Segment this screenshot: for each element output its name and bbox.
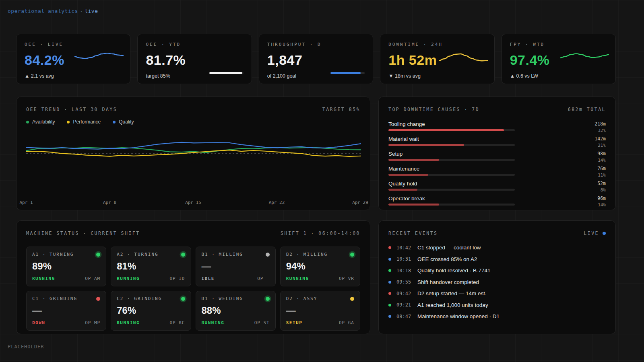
x-axis-label: Apr 1 [19, 200, 33, 205]
downtime-cause-label: Operator break [388, 195, 573, 202]
machine-card: D1 · WELDING 88% RUNNING OP ST [196, 291, 276, 331]
app-title-text: operational analytics [8, 8, 78, 14]
machine-name: A1 · TURNING [32, 252, 74, 257]
machine-card: A2 · TURNING 81% RUNNING OP ID [111, 247, 191, 286]
event-row: 08:47 Maintenance window opened · D1 [388, 313, 606, 319]
oee-trend-title: OEE TREND · LAST 30 DAYS [26, 107, 117, 112]
kpi-subtext: target 85% [146, 73, 243, 79]
downtime-minutes: 98m [578, 151, 606, 157]
downtime-bar-track [388, 144, 515, 146]
event-dot-icon [388, 281, 391, 284]
machine-status-dot-icon [350, 253, 354, 257]
kpi-subtext: of 2,100 goal [267, 73, 365, 79]
machine-status-dot-icon [181, 297, 185, 301]
event-text: C1 stopped — coolant low [417, 245, 481, 251]
kpi-card: FPY · WTD 97.4% ▲ 0.6 vs LW [502, 34, 616, 84]
kpi-subtext: ▼ 18m vs avg [388, 73, 486, 79]
downtime-bar-fill [388, 204, 439, 206]
machine-operator: OP RC [169, 320, 185, 325]
event-row: 09:21 A1 reached 1,000 units today [388, 302, 606, 308]
event-list: 10:42 C1 stopped — coolant low 10:31 OEE… [388, 245, 606, 319]
machine-operator: OP — [257, 276, 270, 281]
machine-oee-value: 88% [202, 305, 270, 316]
event-time: 10:18 [396, 268, 417, 274]
kpi-progress-track [209, 72, 244, 74]
downtime-row: Material wait 142m 21% [388, 136, 606, 148]
event-dot-icon [388, 315, 391, 318]
downtime-cause-label: Quality hold [388, 181, 573, 187]
event-row: 09:55 Shift handover completed [388, 279, 606, 285]
machine-card-footer: RUNNING OP RC [117, 320, 185, 325]
machine-oee-value: — [202, 261, 270, 272]
machine-card-footer: DOWN OP MP [32, 320, 100, 325]
downtime-causes-panel: TOP DOWNTIME CAUSES · 7D 682m TOTAL Tool… [378, 97, 616, 210]
availability-dot-icon [26, 121, 29, 123]
machine-name: D1 · WELDING [202, 296, 243, 301]
downtime-bar-track [388, 189, 515, 191]
machine-status-title: MACHINE STATUS · CURRENT SHIFT [26, 230, 140, 236]
machine-operator: OP ST [254, 320, 270, 325]
legend-label: Quality [119, 119, 134, 125]
shift-label: SHIFT 1 · 06:00-14:00 [281, 230, 360, 236]
recent-events-header: RECENT EVENTS LIVE [388, 230, 606, 236]
quality-dot-icon [113, 121, 116, 123]
event-row: 10:18 Quality hold resolved · B-7741 [388, 267, 606, 274]
downtime-bar-fill [388, 189, 417, 191]
downtime-bar-track [388, 204, 515, 206]
machine-grid: A1 · TURNING 89% RUNNING OP AM A2 · TURN… [26, 247, 360, 331]
kpi-sparkline [560, 46, 609, 69]
event-row: 09:42 D2 setup started — 14m est. [388, 290, 606, 296]
downtime-percent: 14% [578, 202, 606, 208]
event-text: D2 setup started — 14m est. [417, 290, 487, 296]
machine-card: A1 · TURNING 89% RUNNING OP AM [26, 247, 106, 286]
downtime-title: TOP DOWNTIME CAUSES · 7D [388, 107, 479, 112]
machine-status-text: SETUP [286, 320, 303, 325]
machine-operator: OP AM [85, 276, 100, 281]
event-time: 10:31 [396, 256, 417, 262]
machine-status-dot-icon [96, 297, 100, 301]
downtime-percent: 32% [578, 128, 606, 133]
kpi-label: OEE · YTD [146, 42, 243, 47]
app-title: operational analytics·live [8, 8, 98, 14]
kpi-value: 1,847 [267, 52, 365, 68]
downtime-cause-label: Tooling change [388, 121, 573, 127]
downtime-cause-label: Maintenance [388, 166, 573, 172]
oee-trend-svg [26, 130, 361, 199]
machine-card-header: B1 · MILLING [202, 252, 270, 257]
machine-oee-value: — [32, 305, 100, 316]
machine-status-text: RUNNING [32, 276, 55, 281]
event-time: 09:42 [396, 291, 417, 296]
event-dot-icon [388, 258, 391, 261]
machine-card-footer: RUNNING OP AM [32, 276, 100, 281]
app-title-separator: · [78, 8, 85, 14]
machine-card: B2 · MILLING 94% RUNNING OP VR [280, 247, 360, 286]
event-dot-icon [388, 269, 391, 272]
machine-card-header: D1 · WELDING [202, 296, 270, 301]
machine-card-footer: IDLE OP — [202, 276, 270, 281]
event-time: 08:47 [396, 314, 417, 319]
machine-operator: OP GA [339, 320, 354, 325]
machine-status-text: RUNNING [117, 276, 140, 281]
machine-status-dot-icon [96, 253, 100, 257]
machine-card-header: A1 · TURNING [32, 252, 100, 257]
kpi-card: OEE · YTD 81.7% target 85% [137, 34, 252, 84]
downtime-header: TOP DOWNTIME CAUSES · 7D 682m TOTAL [388, 107, 606, 112]
machine-card-header: B2 · MILLING [286, 252, 354, 257]
legend-label: Performance [73, 119, 101, 125]
oee-trend-target-label: TARGET 85% [322, 107, 360, 112]
machine-operator: OP VR [339, 276, 354, 281]
event-time: 09:21 [396, 302, 417, 308]
kpi-progress-track [330, 72, 365, 74]
downtime-bar-fill [388, 174, 428, 176]
machine-status-dot-icon [181, 253, 185, 257]
machine-status-text: RUNNING [286, 276, 309, 281]
downtime-list: Tooling change 218m 32% Material wait 14… [388, 121, 606, 208]
machine-status-text: DOWN [32, 320, 45, 325]
oee-trend-header: OEE TREND · LAST 30 DAYS TARGET 85% [26, 107, 360, 112]
app-title-live: live [85, 8, 98, 14]
downtime-cause-label: Material wait [388, 136, 573, 142]
downtime-minutes: 96m [578, 195, 606, 202]
machine-status-text: RUNNING [202, 320, 225, 325]
kpi-progress-fill [330, 72, 361, 74]
machine-status-text: IDLE [202, 276, 215, 281]
